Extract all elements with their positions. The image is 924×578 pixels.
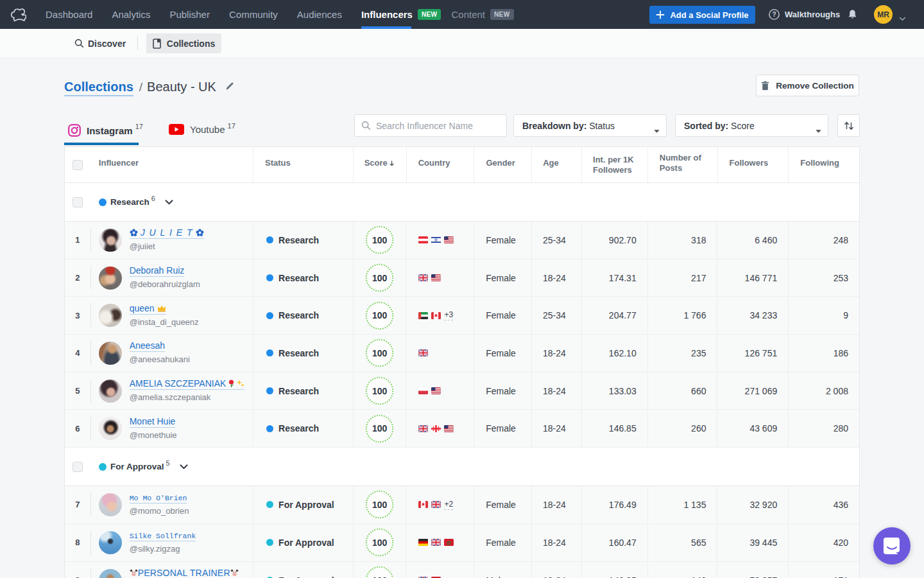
svg-text:?: ? bbox=[772, 11, 776, 18]
